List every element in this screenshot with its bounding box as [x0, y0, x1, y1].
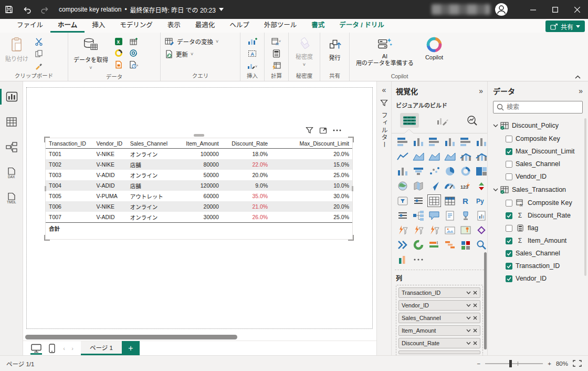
table-cell[interactable]: 25.0% [271, 212, 352, 223]
table-cell[interactable]: V-ADID [93, 212, 127, 223]
report-view-button[interactable] [0, 86, 23, 108]
table-cell[interactable]: オンライン [127, 149, 173, 160]
account-avatar-icon[interactable] [495, 3, 508, 16]
table-cell[interactable]: 120000 [173, 180, 222, 191]
kpi-icon[interactable] [475, 180, 487, 192]
table-cell[interactable]: オンライン [127, 212, 173, 223]
table-cell[interactable]: V-ADID [93, 180, 127, 191]
visual-filter-icon[interactable] [306, 127, 313, 134]
copilot-button[interactable]: Copilot [423, 36, 445, 61]
resize-handle[interactable] [352, 186, 353, 191]
maximize-button[interactable] [544, 0, 566, 19]
zoom-slider-thumb[interactable] [509, 360, 512, 367]
table-cell[interactable]: オンライン [127, 201, 173, 212]
custom-visual-bars-icon[interactable] [427, 239, 441, 251]
field-checkbox[interactable] [506, 212, 512, 219]
custom-visual-gantt-icon[interactable] [443, 239, 457, 251]
table-node[interactable]: Sales_Transaction [493, 183, 583, 197]
add-page-button[interactable]: + [122, 341, 140, 355]
table-cell[interactable]: 15.0% [271, 159, 352, 170]
ribbon-chart-icon[interactable] [443, 150, 457, 163]
analytics-tab[interactable] [466, 115, 479, 126]
table-node[interactable]: Discount_Policy [493, 119, 583, 132]
minimize-button[interactable] [522, 0, 544, 19]
clustered-column-chart-icon[interactable] [443, 136, 457, 148]
table-cell[interactable]: 26.0% [222, 212, 271, 223]
column-header[interactable]: Max_Discount_Limit [271, 138, 352, 149]
table-cell[interactable]: T006 [46, 201, 93, 212]
remove-field-icon[interactable] [473, 291, 477, 295]
paginated-report-icon[interactable] [475, 209, 487, 222]
dax-query-view-button[interactable]: DAX [0, 161, 23, 183]
field-row[interactable]: Composite Key [493, 132, 583, 145]
table-cell[interactable]: 20.0% [222, 170, 271, 180]
table-cell[interactable]: 35.0% [222, 191, 271, 201]
text-box-icon[interactable]: A [247, 49, 258, 58]
remove-field-icon[interactable] [473, 316, 477, 320]
table-cell[interactable]: 店舗 [127, 180, 173, 191]
refresh-button[interactable]: 更新˅ [164, 48, 194, 60]
field-checkbox[interactable] [506, 263, 512, 270]
data-panel-scrollbar[interactable] [584, 118, 586, 276]
field-checkbox[interactable] [506, 250, 512, 257]
column-header[interactable]: Item_Amount [173, 138, 222, 149]
table-visual[interactable]: Transaction_IDVendor_IDSales_ChannelItem… [45, 138, 353, 240]
table-row[interactable]: T005V-PUMAアウトレット6000035.0%30.0% [46, 191, 352, 201]
column-header[interactable]: Discount_Rate [222, 138, 271, 149]
field-checkbox[interactable] [506, 136, 512, 142]
excel-workbook-icon[interactable]: x [113, 37, 124, 46]
table-cell[interactable]: V-NIKE [93, 159, 127, 170]
get-data-button[interactable]: データを取得 ˅ [71, 36, 110, 71]
previous-page-icon[interactable]: ‹ [60, 341, 68, 355]
button-slicer-icon[interactable] [396, 194, 410, 207]
area-chart-icon[interactable] [412, 150, 425, 163]
metrics-visual-icon[interactable] [459, 209, 472, 222]
calculator-icon[interactable] [271, 49, 282, 58]
table-cell[interactable]: 30000 [173, 212, 222, 223]
field-options-icon[interactable] [466, 304, 471, 307]
prepare-data-ai-button[interactable]: AI用のデータを準備する [354, 36, 416, 68]
model-view-button[interactable] [0, 136, 23, 158]
column-header[interactable]: Transaction_ID [46, 138, 93, 149]
azure-map-icon[interactable] [427, 180, 441, 192]
page-tab[interactable]: ページ 1 [81, 341, 122, 355]
menu-tab-3[interactable]: モデリング [112, 17, 160, 33]
table-row[interactable]: T006V-NIKEオンライン2000021.0%20.0% [46, 201, 352, 212]
table-icon[interactable] [427, 194, 441, 207]
resize-handle[interactable] [45, 186, 46, 191]
table-cell[interactable]: 20.0% [271, 149, 352, 160]
table-cell[interactable]: 18.0% [222, 149, 271, 160]
menu-tab-4[interactable]: 表示 [160, 17, 188, 33]
remove-field-icon[interactable] [473, 303, 477, 307]
menu-tab-5[interactable]: 最適化 [188, 17, 223, 33]
column-header[interactable]: Vendor_ID [93, 138, 127, 149]
table-cell[interactable]: T005 [46, 191, 93, 201]
table-row[interactable]: T002V-NIKE店舗8000022.0%15.0% [46, 159, 352, 170]
resize-handle[interactable] [44, 137, 50, 142]
resize-handle[interactable] [44, 235, 50, 241]
field-options-icon[interactable] [466, 316, 471, 320]
table-row[interactable]: T001V-NIKEオンライン10000018.0%20.0% [46, 149, 352, 160]
field-pill[interactable]: Sales_Channel [398, 313, 480, 323]
chevron-down-icon[interactable] [493, 187, 498, 192]
table-cell[interactable]: 80000 [173, 159, 222, 170]
close-button[interactable] [566, 0, 588, 19]
publish-button[interactable]: 発行 [326, 36, 344, 63]
sap-source-icon[interactable] [113, 60, 124, 69]
more-visuals-icon[interactable]: ˅ [247, 61, 258, 70]
table-view-button[interactable] [0, 111, 23, 133]
table-row[interactable]: T004V-ADID店舗1200009.0%10.0% [46, 180, 352, 191]
table-row[interactable]: T007V-ADIDオンライン3000026.0%25.0% [46, 212, 352, 223]
table-cell[interactable]: V-ADID [93, 170, 127, 180]
resize-handle[interactable] [348, 235, 354, 241]
field-pill[interactable]: Discount_Rate [398, 338, 480, 348]
desktop-layout-button[interactable] [28, 341, 44, 355]
filled-map-icon[interactable] [412, 180, 425, 192]
zoom-out-icon[interactable]: − [477, 360, 481, 367]
card-icon[interactable]: 123 [459, 180, 472, 192]
multi-row-card-icon[interactable] [396, 209, 410, 222]
qa-visual-icon[interactable] [427, 209, 441, 222]
more-visuals-options-icon[interactable] [412, 253, 425, 266]
table-cell[interactable]: T003 [46, 170, 93, 180]
field-row[interactable]: Max_Discount_Limit [493, 145, 583, 158]
